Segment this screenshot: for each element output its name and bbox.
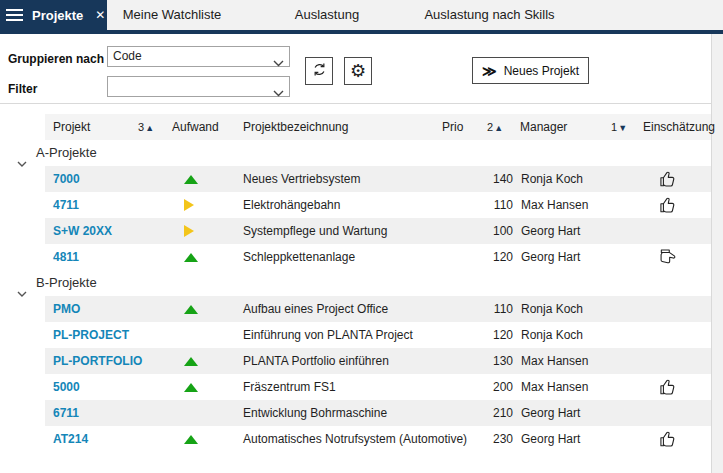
trend-up-icon <box>184 296 202 322</box>
new-project-label: Neues Projekt <box>504 64 579 78</box>
chevron-down-icon <box>273 54 284 73</box>
project-description: Neues Vertriebsystem <box>243 166 448 192</box>
column-header-einschaetzung[interactable]: Einschätzung <box>643 114 715 140</box>
column-header-prio[interactable]: Prio <box>442 114 463 140</box>
trend-up-icon <box>184 426 202 452</box>
sort-asc-icon: ▲ <box>494 123 503 133</box>
table-row[interactable]: 7000 Neues Vertriebsystem 140 Ronja Koch <box>0 166 711 192</box>
sort-indicator-prio[interactable]: 2▲ <box>487 114 503 141</box>
project-code-link[interactable]: AT214 <box>53 426 181 452</box>
project-priority: 110 <box>445 296 513 322</box>
project-code-link[interactable]: PL-PORTFOLIO <box>53 348 181 374</box>
group-by-value: Code <box>113 49 142 63</box>
table-row[interactable]: AT214 Automatisches Notrufsystem (Automo… <box>0 426 711 452</box>
table-row[interactable]: PL-PORTFOLIO PLANTA Portfolio einführen … <box>0 348 711 374</box>
thumbs-up-icon <box>655 192 681 218</box>
thumb-neutral-icon <box>655 244 681 270</box>
tab-meine-watchliste[interactable]: Meine Watchliste <box>112 0 232 30</box>
project-description: Schleppkettenanlage <box>243 244 448 270</box>
trend-right-icon <box>184 192 202 218</box>
chevron-down-icon <box>273 84 284 103</box>
refresh-icon <box>310 60 329 83</box>
project-manager: Max Hansen <box>521 348 653 374</box>
project-priority: 140 <box>445 166 513 192</box>
table-row[interactable]: S+W 20XX Systempflege und Wartung 100 Ge… <box>0 218 711 244</box>
rating-icon <box>655 400 681 426</box>
thumbs-up-icon <box>655 374 681 400</box>
project-table: Projekt 3▲ Aufwand Projektbezeichnung Pr… <box>0 104 711 473</box>
active-tab-label: Projekte <box>32 8 83 23</box>
rating-icon <box>655 348 681 374</box>
sort-indicator-manager[interactable]: 1▼ <box>611 114 627 141</box>
trend-up-icon <box>184 374 202 400</box>
settings-button[interactable]: ⚙ <box>344 57 372 85</box>
chevron-down-icon[interactable] <box>17 150 27 176</box>
project-manager: Georg Hart <box>521 426 653 452</box>
tab-auslastung[interactable]: Auslastung <box>267 0 387 30</box>
project-manager: Georg Hart <box>521 400 653 426</box>
project-priority: 230 <box>445 426 513 452</box>
trend-right-icon <box>184 218 202 244</box>
project-description: Einführung von PLANTA Project <box>243 322 448 348</box>
project-code-link[interactable]: PL-PROJECT <box>53 322 181 348</box>
table-row[interactable]: 6711 Entwicklung Bohrmaschine 210 Georg … <box>0 400 711 426</box>
new-project-button[interactable]: ≫ Neues Projekt <box>472 57 589 84</box>
project-code-link[interactable]: 4811 <box>53 244 181 270</box>
group-by-label: Gruppieren nach <box>8 52 104 66</box>
project-code-link[interactable]: 7000 <box>53 166 181 192</box>
group-row-a-projekte[interactable]: A-Projekte <box>0 140 711 166</box>
table-row[interactable]: PMO Aufbau eines Project Office 110 Ronj… <box>0 296 711 322</box>
project-code-link[interactable]: 6711 <box>53 400 181 426</box>
trend-icon <box>184 400 202 426</box>
trend-up-icon <box>184 348 202 374</box>
project-description: Entwicklung Bohrmaschine <box>243 400 448 426</box>
project-manager: Ronja Koch <box>521 296 653 322</box>
sort-indicator-projekt[interactable]: 3▲ <box>138 114 154 141</box>
scrollbar-track[interactable] <box>711 34 723 473</box>
group-by-select[interactable]: Code <box>107 46 290 67</box>
project-manager: Georg Hart <box>521 218 653 244</box>
table-row[interactable]: 4711 Elektrohängebahn 110 Max Hansen <box>0 192 711 218</box>
project-description: Elektrohängebahn <box>243 192 448 218</box>
rating-icon <box>655 296 681 322</box>
filter-select[interactable] <box>107 76 290 97</box>
project-code-link[interactable]: 4711 <box>53 192 181 218</box>
rating-icon <box>655 218 681 244</box>
group-row-b-projekte[interactable]: B-Projekte <box>0 270 711 296</box>
tab-auslastung-nach-skills[interactable]: Auslastung nach Skills <box>402 0 577 30</box>
project-description: Automatisches Notrufsystem (Automotive) <box>243 426 448 452</box>
project-code-link[interactable]: S+W 20XX <box>53 218 181 244</box>
close-tab-icon[interactable]: ✕ <box>95 8 105 22</box>
filter-label: Filter <box>8 82 37 96</box>
group-label: B-Projekte <box>36 270 97 296</box>
project-code-link[interactable]: 5000 <box>53 374 181 400</box>
column-header-aufwand[interactable]: Aufwand <box>172 114 219 140</box>
project-description: Fräszentrum FS1 <box>243 374 448 400</box>
project-manager: Ronja Koch <box>521 322 653 348</box>
menu-icon[interactable] <box>6 6 23 24</box>
gear-icon: ⚙ <box>350 62 366 80</box>
trend-up-icon <box>184 166 202 192</box>
tab-projekte[interactable]: Projekte ✕ <box>0 0 107 30</box>
project-code-link[interactable]: PMO <box>53 296 181 322</box>
trend-up-icon <box>184 244 202 270</box>
project-priority: 210 <box>445 400 513 426</box>
refresh-button[interactable] <box>305 57 333 85</box>
column-header-projektbezeichnung[interactable]: Projektbezeichnung <box>243 114 348 140</box>
project-priority: 110 <box>445 192 513 218</box>
project-priority: 200 <box>445 374 513 400</box>
table-row[interactable]: 5000 Fräszentrum FS1 200 Max Hansen <box>0 374 711 400</box>
table-row[interactable]: PL-PROJECT Einführung von PLANTA Project… <box>0 322 711 348</box>
project-manager: Ronja Koch <box>521 166 653 192</box>
column-header-projekt[interactable]: Projekt <box>53 114 90 140</box>
sort-asc-icon: ▲ <box>145 123 154 133</box>
project-priority: 120 <box>445 322 513 348</box>
table-row[interactable]: 4811 Schleppkettenanlage 120 Georg Hart <box>0 244 711 270</box>
trend-icon <box>184 322 202 348</box>
chevron-down-icon[interactable] <box>17 280 27 306</box>
group-label: A-Projekte <box>36 140 97 166</box>
rating-icon <box>655 322 681 348</box>
column-header-manager[interactable]: Manager <box>520 114 567 140</box>
thumbs-up-icon <box>655 426 681 452</box>
project-description: Systempflege und Wartung <box>243 218 448 244</box>
